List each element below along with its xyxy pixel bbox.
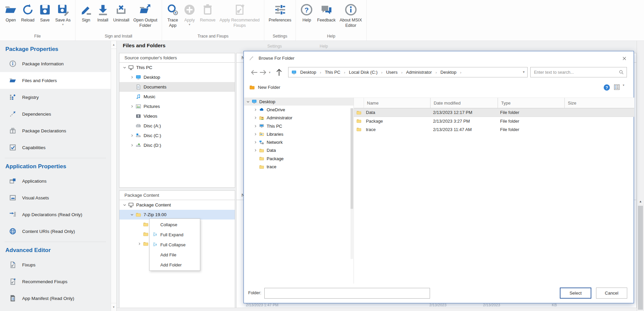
sidebar-item-package-declarations[interactable]: Package Declarations <box>0 122 111 139</box>
new-folder-button[interactable]: New Folder <box>247 83 282 91</box>
apply-button[interactable]: Apply▼ <box>181 2 198 27</box>
sidebar-item-recommended-fixups[interactable]: Recommended Fixups <box>0 273 111 290</box>
history-dropdown-icon[interactable]: ▼ <box>267 68 272 77</box>
breadcrumb-item-this-pc-1[interactable]: This PC <box>324 70 341 75</box>
view-dropdown-icon[interactable]: ▼ <box>622 84 625 87</box>
uninstall-button[interactable]: Uninstall <box>112 2 131 23</box>
chevron-right-icon[interactable] <box>253 107 258 112</box>
context-menu-item-full-collapse[interactable]: Full Collapse <box>150 240 200 250</box>
scroll-up-icon[interactable]: ▲ <box>111 41 116 49</box>
save-button[interactable]: Save <box>37 2 53 23</box>
chevron-right-icon[interactable] <box>253 140 258 145</box>
install-button[interactable]: Install <box>95 2 111 23</box>
view-mode-icon[interactable] <box>613 84 620 90</box>
file-list-row-trace[interactable]: trace2/13/2023 11:47 AMFile folder <box>354 125 634 134</box>
select-button[interactable]: Select <box>560 288 591 299</box>
column-header-type[interactable]: Type <box>498 98 565 108</box>
save-as-button[interactable]: Save As▼ <box>54 2 72 27</box>
sidebar-item-files-and-folders[interactable]: Files and Folders <box>0 72 111 89</box>
address-bar[interactable]: Desktop›This PC›Local Disk (C:)›Users›Ad… <box>288 67 528 77</box>
folder-input[interactable] <box>264 288 430 299</box>
forward-icon[interactable] <box>259 68 267 77</box>
file-list-row-data[interactable]: Data2/13/2023 12:17 PMFile folder <box>354 108 634 117</box>
tree-item-this-pc[interactable]: This PC <box>119 63 235 72</box>
scroll-up-icon[interactable]: ▲ <box>637 198 644 204</box>
search-icon[interactable] <box>619 70 627 75</box>
chevron-down-icon[interactable] <box>129 212 135 217</box>
trace-app-button[interactable]: TraceApp <box>165 2 181 29</box>
chevron-down-icon[interactable] <box>122 202 127 207</box>
breadcrumb-separator-icon[interactable]: › <box>341 70 348 74</box>
scrollbar-thumb[interactable] <box>638 206 643 310</box>
tree-item-desktop[interactable]: Desktop <box>119 72 235 82</box>
breadcrumb-separator-icon[interactable]: › <box>378 70 386 74</box>
chevron-right-icon[interactable] <box>253 115 258 120</box>
chevron-right-icon[interactable] <box>253 132 258 137</box>
breadcrumb-separator-icon[interactable]: › <box>398 70 406 74</box>
apply-recommended-fixups-button[interactable]: Apply RecommendedFixups <box>218 2 262 29</box>
tree-item-trace[interactable]: trace <box>244 163 354 171</box>
chevron-right-icon[interactable] <box>137 241 142 246</box>
main-horizontal-scrollbar[interactable] <box>117 308 637 311</box>
sidebar-item-applications[interactable]: Applications <box>0 173 111 189</box>
sidebar-item-app-manifest-read-only[interactable]: App Manifest (Read Only) <box>0 290 111 307</box>
close-icon[interactable] <box>621 55 628 62</box>
dropdown-chevron-icon[interactable]: ▼ <box>62 23 64 26</box>
address-dropdown-icon[interactable]: ▼ <box>522 70 525 74</box>
tree-item-package[interactable]: Package <box>244 154 354 163</box>
context-menu-item-add-file[interactable]: Add File <box>150 250 200 260</box>
tree-item-disc-a[interactable]: Disc (A:) <box>119 121 235 131</box>
breadcrumb-separator-icon[interactable]: › <box>317 70 324 74</box>
back-icon[interactable] <box>250 68 258 77</box>
open-output-folder-button[interactable]: Open OutputFolder <box>131 2 159 29</box>
open-button[interactable]: Open <box>3 2 19 23</box>
help-button[interactable]: ?Help <box>299 2 315 23</box>
context-menu-item-full-expand[interactable]: Full Expand <box>150 230 200 240</box>
sidebar-item-app-declarations-read-only[interactable]: App Declarations (Read Only) <box>0 206 111 223</box>
sidebar-item-content-uris-read-only[interactable]: Content URIs (Read Only) <box>0 223 111 240</box>
column-header-date-modified[interactable]: Date modified <box>430 98 498 108</box>
sign-button[interactable]: Sign <box>78 2 94 23</box>
breadcrumb-separator-icon[interactable]: › <box>457 70 465 74</box>
tree-item-package-content[interactable]: Package Content <box>119 200 235 210</box>
tree-item-disc-c[interactable]: Disc (C:) <box>119 131 235 140</box>
tree-scrollbar[interactable] <box>351 108 353 259</box>
breadcrumb-item-desktop-5[interactable]: Desktop <box>440 70 457 75</box>
chevron-down-icon[interactable] <box>246 99 251 104</box>
tree-item-pictures[interactable]: Pictures <box>119 102 235 111</box>
chevron-right-icon[interactable] <box>129 75 135 80</box>
sidebar-item-package-information[interactable]: Package Information <box>0 55 111 72</box>
chevron-right-icon[interactable] <box>129 143 135 148</box>
chevron-right-icon[interactable] <box>253 148 258 153</box>
breadcrumb-item-local-disk-c-2[interactable]: Local Disk (C:) <box>348 70 378 75</box>
context-menu-item-collapse[interactable]: Collapse <box>150 220 200 230</box>
tree-item-network[interactable]: Network <box>244 138 354 146</box>
scroll-down-icon[interactable]: ▼ <box>111 303 116 311</box>
context-menu-item-add-folder[interactable]: Add Folder <box>150 260 200 270</box>
column-header-name[interactable]: Name <box>364 98 430 108</box>
sidebar-item-visual-assets[interactable]: Visual Assets <box>0 189 111 206</box>
sidebar-item-registry[interactable]: Registry <box>0 89 111 106</box>
preferences-button[interactable]: Preferences <box>267 2 293 23</box>
sidebar-scrollbar[interactable]: ▲ ▼ <box>111 41 117 311</box>
dropdown-chevron-icon[interactable]: ▼ <box>188 23 191 26</box>
tree-item-documents[interactable]: Documents <box>119 82 235 92</box>
file-list-row-package[interactable]: Package2/13/2023 3:27 PMFile folder <box>354 117 634 126</box>
column-header-size[interactable]: Size <box>565 98 634 108</box>
search-input[interactable] <box>531 70 619 75</box>
tree-item-7-zip-19-00[interactable]: 7-Zip 19.00 <box>119 210 235 220</box>
tree-item-this-pc[interactable]: This PC <box>244 122 354 130</box>
chevron-right-icon[interactable] <box>129 133 135 138</box>
tree-item-desktop[interactable]: Desktop <box>244 98 354 106</box>
tree-item-onedrive[interactable]: OneDrive <box>244 106 354 114</box>
sidebar-item-dependencies[interactable]: Dependencies <box>0 106 111 122</box>
cancel-button[interactable]: Cancel <box>596 288 627 299</box>
tree-item-music[interactable]: Music <box>119 92 235 102</box>
sidebar-item-fixups[interactable]: Fixups <box>0 256 111 273</box>
tree-item-disc-d[interactable]: Disc (D:) <box>119 140 235 150</box>
about-msix-editor-button[interactable]: About MSIXEditor <box>338 2 364 29</box>
up-icon[interactable] <box>274 68 284 77</box>
main-vertical-scrollbar[interactable]: ▲ <box>637 41 644 311</box>
tree-item-libraries[interactable]: Libraries <box>244 130 354 138</box>
column-header-blank[interactable] <box>354 98 364 108</box>
